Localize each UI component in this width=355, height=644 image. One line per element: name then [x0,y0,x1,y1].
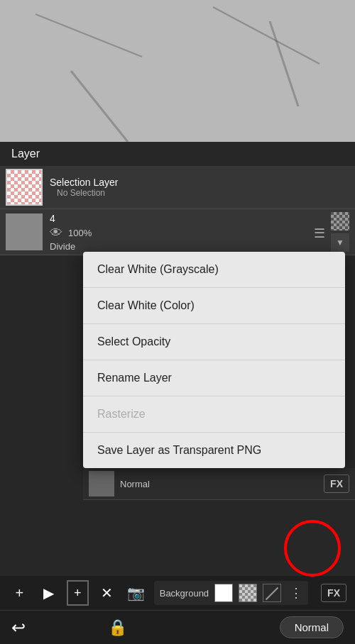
add-layer-button[interactable]: + [9,580,31,606]
layer-4-name: 4 [50,213,325,224]
menu-item-clear-white-color[interactable]: Clear White (Color) [83,288,345,324]
fx-button[interactable]: FX [321,584,346,602]
bottom-toolbar: + ▶ + ✕ 📷 Background ⋮ FX ↩ 🔒 [0,576,355,644]
close-button[interactable]: ✕ [96,580,118,606]
arrow-button[interactable]: ▶ [38,580,60,606]
background-label: Background [160,588,209,599]
lock-button[interactable]: 🔒 [108,618,127,637]
bg-checker-button[interactable] [239,584,257,602]
selection-layer-name: Selection Layer [50,177,349,188]
menu-item-select-opacity[interactable]: Select Opacity [83,324,345,360]
camera-button[interactable]: 📷 [125,580,147,606]
bg-white-button[interactable] [214,584,233,602]
selection-layer-thumb [6,169,43,206]
plus-box-button[interactable]: + [67,580,89,606]
layer-menu-icon[interactable]: ☰ [314,226,325,241]
toolbar-row1: + ▶ + ✕ 📷 Background ⋮ FX [0,576,355,611]
checker-icon [331,212,349,231]
fx-label: FX [324,474,349,493]
layer-4-blend: Divide [50,241,325,252]
layer-4-row[interactable]: 4 👁 100% ☰ Divide ▼ [0,209,355,255]
more-options-icon[interactable]: ⋮ [290,585,302,601]
selection-layer-row[interactable]: Selection Layer No Selection [0,166,355,209]
undo-button[interactable]: ↩ [11,618,26,638]
layer-panel: Layer Selection Layer No Selection 4 👁 1… [0,142,355,255]
normal-layer-blend: Normal [120,479,324,489]
layer-4-icons-row: 👁 100% ☰ [50,226,325,241]
selection-layer-info: Selection Layer No Selection [50,177,349,198]
normal-layer-thumb [89,471,114,496]
layer-panel-header: Layer [0,142,355,166]
layer-4-opacity: 100% [68,228,308,238]
menu-item-clear-white-grayscale[interactable]: Clear White (Grayscale) [83,252,345,288]
blend-mode-button[interactable]: Normal [280,616,344,638]
menu-item-rasterize[interactable]: Rasterize [83,396,345,433]
menu-item-rename-layer[interactable]: Rename Layer [83,360,345,396]
visibility-icon[interactable]: 👁 [50,226,62,240]
selection-layer-sub: No Selection [50,188,349,198]
layer-panel-title: Layer [11,148,40,160]
context-menu: Clear White (Grayscale) Clear White (Col… [83,252,345,468]
toolbar-row2: ↩ 🔒 Normal [0,611,355,644]
layer-right-icons: ▼ [331,212,349,252]
menu-item-save-layer-png[interactable]: Save Layer as Transparent PNG [83,433,345,468]
down-arrow-icon[interactable]: ▼ [331,233,349,252]
normal-layer-row[interactable]: Normal FX [83,468,355,500]
layer-4-controls: 4 👁 100% ☰ Divide [50,213,325,252]
layer-4-thumb [6,213,43,250]
bg-slash-button[interactable] [263,584,281,602]
background-area: Background ⋮ [154,581,308,605]
